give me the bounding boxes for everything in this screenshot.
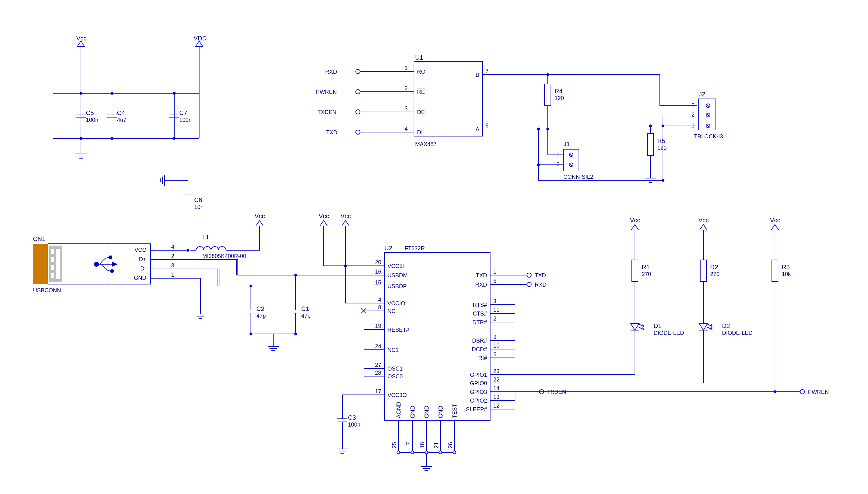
svg-text:6: 6 xyxy=(493,351,496,358)
svg-text:100n: 100n xyxy=(179,117,192,123)
u2-block: U2 FT232R 20VCC5I 16USBDM 15USBDP 4VCCIO… xyxy=(319,213,515,471)
svg-text:16: 16 xyxy=(375,269,381,275)
svg-text:1: 1 xyxy=(171,272,174,278)
c2: C247p xyxy=(246,286,266,334)
svg-text:1: 1 xyxy=(493,269,496,275)
svg-text:8: 8 xyxy=(378,304,381,310)
c7: C7 100n xyxy=(169,93,192,138)
svg-text:DSR#: DSR# xyxy=(472,338,487,344)
svg-text:18: 18 xyxy=(419,442,426,448)
svg-text:6: 6 xyxy=(486,122,489,129)
r2: R2270 xyxy=(700,236,720,318)
svg-text:10n: 10n xyxy=(194,204,203,210)
svg-text:27: 27 xyxy=(375,362,381,368)
svg-text:2: 2 xyxy=(171,253,174,259)
svg-text:A: A xyxy=(475,126,479,132)
svg-text:12: 12 xyxy=(493,403,500,409)
svg-text:OSC1: OSC1 xyxy=(387,366,403,372)
svg-text:RXD: RXD xyxy=(325,69,337,75)
svg-text:RI#: RI# xyxy=(478,355,487,361)
usb-filter: C610n L1 MI0805K400R-00 Vcc xyxy=(160,175,265,259)
svg-text:MAX487: MAX487 xyxy=(415,141,437,147)
svg-text:U1: U1 xyxy=(415,54,423,61)
svg-text:TBLOCK-I3: TBLOCK-I3 xyxy=(694,133,723,139)
svg-text:C1: C1 xyxy=(301,305,309,312)
svg-text:GPIO1: GPIO1 xyxy=(470,372,487,378)
svg-text:MI0805K400R-00: MI0805K400R-00 xyxy=(202,253,246,259)
svg-text:Vcc: Vcc xyxy=(630,217,640,224)
c6: C610n xyxy=(183,188,203,210)
svg-text:U2: U2 xyxy=(384,245,393,251)
svg-text:RTS#: RTS# xyxy=(473,302,487,308)
svg-text:100n: 100n xyxy=(86,117,98,123)
svg-text:24: 24 xyxy=(375,343,381,349)
svg-text:L1: L1 xyxy=(202,234,209,241)
svg-text:GND: GND xyxy=(410,406,416,418)
svg-text:DIODE-LED: DIODE-LED xyxy=(722,330,753,336)
svg-text:D1: D1 xyxy=(654,322,662,329)
svg-text:47p: 47p xyxy=(301,313,311,319)
svg-text:GND: GND xyxy=(438,406,444,418)
svg-text:RO: RO xyxy=(417,69,426,75)
svg-text:R1: R1 xyxy=(642,264,650,270)
l1: L1 MI0805K400R-00 xyxy=(191,234,246,259)
svg-text:DE: DE xyxy=(417,109,425,115)
svg-text:47p: 47p xyxy=(256,313,266,319)
svg-text:23: 23 xyxy=(493,368,500,374)
vdd-label: VDD xyxy=(194,35,207,42)
svg-text:DCD#: DCD# xyxy=(472,346,487,353)
svg-text:2: 2 xyxy=(493,316,496,322)
svg-text:VCC3O: VCC3O xyxy=(387,392,407,398)
svg-text:RXD: RXD xyxy=(535,282,546,288)
svg-text:CN1: CN1 xyxy=(33,235,46,242)
svg-text:4: 4 xyxy=(171,244,174,250)
r4: R4120 xyxy=(545,75,564,129)
j2: J2 3 2 1 TBLOCK-I3 xyxy=(662,91,723,182)
svg-rect-50 xyxy=(51,249,54,254)
svg-text:17: 17 xyxy=(375,388,381,395)
svg-text:21: 21 xyxy=(433,442,439,448)
svg-text:3: 3 xyxy=(691,102,695,109)
svg-text:C4: C4 xyxy=(117,110,125,116)
svg-text:Vcc: Vcc xyxy=(699,217,709,224)
svg-rect-53 xyxy=(51,273,54,278)
svg-text:SLEEP#: SLEEP# xyxy=(466,406,487,413)
svg-text:USBDP: USBDP xyxy=(387,283,407,289)
svg-text:D-: D- xyxy=(140,266,146,272)
c1: C147p xyxy=(291,275,311,334)
svg-text:Vcc: Vcc xyxy=(341,213,351,220)
svg-text:VCC: VCC xyxy=(134,247,146,253)
svg-text:GND: GND xyxy=(134,275,146,281)
svg-text:14: 14 xyxy=(493,385,500,392)
svg-text:28: 28 xyxy=(375,369,381,376)
svg-text:DIODE-LED: DIODE-LED xyxy=(654,330,684,336)
svg-text:Vcc: Vcc xyxy=(255,213,265,220)
svg-text:25: 25 xyxy=(391,442,397,448)
svg-text:TXD: TXD xyxy=(326,129,337,136)
c4: C4 4u7 xyxy=(107,93,126,138)
d1: D1DIODE-LED xyxy=(631,318,684,375)
svg-text:9: 9 xyxy=(493,334,496,340)
svg-text:J1: J1 xyxy=(563,140,570,147)
svg-text:10k: 10k xyxy=(782,271,791,277)
svg-text:DI: DI xyxy=(417,129,423,136)
svg-text:4: 4 xyxy=(404,126,408,132)
svg-text:Vcc: Vcc xyxy=(319,213,329,220)
svg-text:5: 5 xyxy=(493,278,496,284)
j1: J1 1 2 CONN-SIL2 xyxy=(537,128,594,180)
svg-text:NC: NC xyxy=(387,308,396,314)
svg-text:DTR#: DTR# xyxy=(472,319,487,325)
svg-text:C7: C7 xyxy=(179,110,187,116)
svg-text:270: 270 xyxy=(710,271,720,277)
svg-rect-56 xyxy=(109,255,112,259)
svg-text:R4: R4 xyxy=(555,88,563,95)
schematic-canvas: Vcc VDD C5 100n C4 4u7 C7 100n U1 MAX487… xyxy=(0,0,868,494)
svg-text:D+: D+ xyxy=(139,256,146,262)
svg-text:4u7: 4u7 xyxy=(117,117,126,123)
svg-text:3: 3 xyxy=(493,298,496,304)
c3: C3100n xyxy=(337,395,364,453)
svg-text:120: 120 xyxy=(555,95,564,101)
svg-text:NC1: NC1 xyxy=(387,347,399,353)
svg-text:1: 1 xyxy=(691,122,695,129)
svg-text:CONN-SIL2: CONN-SIL2 xyxy=(563,174,593,180)
